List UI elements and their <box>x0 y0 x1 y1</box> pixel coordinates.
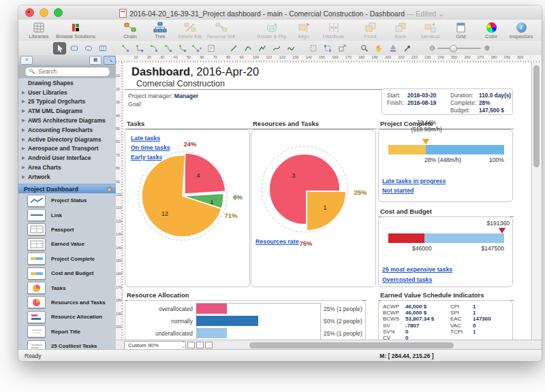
stencil-thumbnail <box>27 223 46 235</box>
zoom-stepper[interactable]: ⌃⌄ <box>182 342 185 348</box>
resources-25-pct-label: 25% <box>354 189 367 196</box>
search-input[interactable] <box>37 67 101 76</box>
close-library-icon[interactable]: ✕ <box>106 186 112 193</box>
page-nav-box-3[interactable] <box>205 342 213 348</box>
connector-direct-tool[interactable] <box>119 42 131 54</box>
select-tool[interactable] <box>53 42 66 54</box>
stamp-tool[interactable] <box>386 42 399 54</box>
minimize-window-button[interactable] <box>40 8 48 17</box>
browse-solutions-button[interactable]: Browse Solutions <box>54 21 97 39</box>
resources-rate-link[interactable]: Resources rate <box>255 238 299 245</box>
disclosure-triangle-icon[interactable]: ▶ <box>22 137 28 142</box>
sidebar-toolbar: ≡ ▦ 🔍 <box>18 55 116 65</box>
toolbar-button-label: Reverse link <box>207 33 235 39</box>
stencil-item-project-complete[interactable]: Project Complete <box>18 252 116 266</box>
vertical-scrollbar[interactable] <box>531 63 542 340</box>
zoom-level-dropdown[interactable]: Custom 90% ⌃⌄ <box>124 341 186 350</box>
chain-button[interactable]: Chain <box>115 21 145 39</box>
grid-button[interactable]: Grid <box>446 21 476 39</box>
stencil-label: 25 Costliest Tasks <box>51 343 97 349</box>
not-started-link[interactable]: Not started <box>382 187 414 194</box>
line-tool[interactable] <box>227 42 240 54</box>
disclosure-triangle-icon[interactable]: ▶ <box>22 118 28 123</box>
library-item-user-libraries[interactable]: ▶User Libraries <box>18 88 116 97</box>
zoom-slider-thumb[interactable] <box>450 45 457 52</box>
rect-tool[interactable] <box>67 42 80 54</box>
stencil-item-cost-and-budget[interactable]: Cost and Budget <box>18 266 116 280</box>
library-item-artwork[interactable]: ▶Artwork <box>18 172 116 182</box>
tree-button[interactable]: Tree <box>145 21 175 39</box>
disclosure-triangle-icon[interactable]: ▶ <box>22 174 28 180</box>
library-list-view-icon[interactable]: ≡ <box>20 56 33 65</box>
polyline-tool[interactable] <box>255 42 268 54</box>
freehand-tool[interactable] <box>284 42 297 54</box>
most-expensive-tasks-link[interactable]: 25 most expensive tasks <box>382 266 452 273</box>
disclosure-triangle-icon[interactable]: ▶ <box>22 165 28 170</box>
stencil-item-link[interactable]: Link <box>18 208 116 222</box>
stencil-item-25-costliest-tasks[interactable]: 25 Costliest Tasks <box>18 339 116 350</box>
page-nav-box-2[interactable] <box>196 342 204 348</box>
duration-label: Duration: <box>450 92 473 99</box>
arc-tool[interactable] <box>241 42 254 54</box>
crop-tool[interactable] <box>307 42 320 54</box>
zoom-tool[interactable] <box>358 42 371 54</box>
stencil-item-resources-and-tasks[interactable]: Resources and Tasks <box>18 295 116 310</box>
inspectors-button[interactable]: iInspectors <box>506 21 536 39</box>
library-item-accounting-flowcharts[interactable]: ▶Accounting Flowcharts <box>18 125 116 135</box>
stencil-item-tasks[interactable]: Tasks <box>18 280 116 295</box>
horizontal-scrollbar[interactable] <box>222 342 535 348</box>
select-area-tool[interactable] <box>321 42 334 54</box>
edited-label[interactable]: — Edited ⌄ <box>407 10 444 18</box>
stencil-item-resource-allocation[interactable]: Resource Allocation <box>18 310 116 324</box>
disclosure-triangle-icon[interactable]: ▶ <box>22 127 28 133</box>
library-item-atm-uml-diagrams[interactable]: ▶ATM UML Diagrams <box>18 106 116 116</box>
library-item-drawing-shapes[interactable]: Drawing Shapes <box>18 78 116 88</box>
horizontal-scrollbar-thumb[interactable] <box>249 342 454 348</box>
color-button[interactable]: Color <box>476 21 506 39</box>
library-item-area-charts[interactable]: ▶Area Charts <box>18 163 116 172</box>
library-item-active-directory-diagrams[interactable]: ▶Active Directory Diagrams <box>18 135 116 144</box>
stencil-item-passport[interactable]: Passport <box>18 223 116 237</box>
connector-smart-tool[interactable] <box>133 42 146 54</box>
libraries-button[interactable]: Libraries <box>24 21 54 39</box>
search-toggle-icon[interactable]: 🔍 <box>104 56 116 65</box>
table-tool[interactable] <box>96 42 109 54</box>
allocation-value-overallocated: 25% (1 people) <box>324 306 362 312</box>
stencil-item-earned-value[interactable]: Earned Value <box>18 237 116 251</box>
spline-tool[interactable] <box>270 42 283 54</box>
library-item-android-user-interface[interactable]: ▶Android User Interface <box>18 153 116 163</box>
disclosure-triangle-icon[interactable]: ▶ <box>22 99 28 104</box>
disclosure-triangle-icon[interactable]: ▶ <box>22 146 28 151</box>
eyedropper-tool[interactable] <box>401 42 414 54</box>
text-tool[interactable] <box>204 42 217 54</box>
overcosted-tasks-link[interactable]: Overcosted tasks <box>382 276 432 283</box>
connector-dropdown-tool[interactable]: ▾ <box>190 42 203 54</box>
scale-tool[interactable] <box>335 42 348 54</box>
zoom-in-icon[interactable]: ⊕ <box>484 44 489 52</box>
library-item-label: Accounting Flowcharts <box>28 127 93 133</box>
status-ready: Ready <box>25 353 42 359</box>
stencil-item-project-status[interactable]: Project Status <box>18 193 116 208</box>
zoom-slider-track[interactable] <box>437 48 481 49</box>
disclosure-triangle-icon[interactable]: ▶ <box>22 155 28 161</box>
tasks-slice-late-value: 4 <box>196 172 200 179</box>
library-item-aerospace-and-transport[interactable]: ▶Aerospace and Transport <box>18 144 116 154</box>
late-tasks-in-progress-link[interactable]: Late tasks in progress <box>382 178 446 184</box>
zoom-window-button[interactable] <box>54 8 63 17</box>
grid-view-icon[interactable]: ▦ <box>89 56 102 65</box>
zoom-out-icon[interactable]: ⊖ <box>429 44 435 52</box>
connector-curve-tool[interactable] <box>176 42 189 54</box>
ellipse-tool[interactable] <box>82 42 95 54</box>
connector-arc-tool[interactable] <box>147 42 160 54</box>
connector-bezier-tool[interactable] <box>161 42 174 54</box>
library-item-aws-architecture-diagrams[interactable]: ▶AWS Architecture Diagrams <box>18 116 116 125</box>
page-nav-box-1[interactable] <box>187 342 195 348</box>
library-item-25-typical-orgcharts[interactable]: ▶25 Typical Orgcharts <box>18 97 116 107</box>
disclosure-triangle-icon[interactable]: ▶ <box>22 108 28 114</box>
disclosure-triangle-icon[interactable]: ▶ <box>22 90 28 95</box>
identical-button: Identical <box>416 21 446 39</box>
pan-tool[interactable]: ✋ <box>372 42 385 54</box>
stencil-item-report-title[interactable]: Report Title <box>18 325 116 339</box>
close-window-button[interactable] <box>25 8 34 17</box>
vertical-scrollbar-thumb[interactable] <box>533 65 540 167</box>
